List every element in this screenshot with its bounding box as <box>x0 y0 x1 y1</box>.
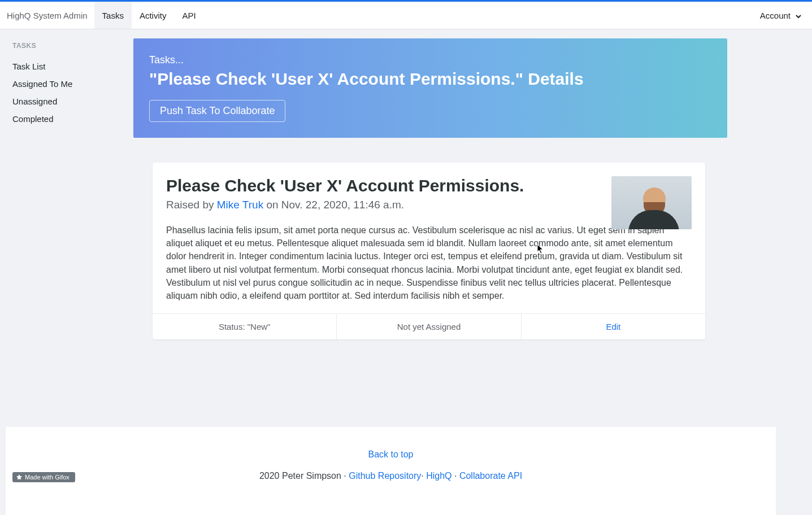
nav-tasks[interactable]: Tasks <box>94 2 132 29</box>
sidebar-item-assigned-to-me[interactable]: Assigned To Me <box>12 75 133 93</box>
sidebar-item-task-list[interactable]: Task List <box>12 58 133 75</box>
raised-by-prefix: Raised by <box>166 199 217 211</box>
footer-line: 2020 Peter Simpson · Github Repository· … <box>6 471 776 481</box>
banner: Tasks... "Please Check 'User X' Account … <box>133 38 727 138</box>
account-menu[interactable]: Account <box>750 11 812 20</box>
page-footer: Back to top 2020 Peter Simpson · Github … <box>6 427 776 515</box>
edit-link[interactable]: Edit <box>522 314 705 339</box>
sidebar-heading: TASKS <box>12 42 133 50</box>
sep1: · <box>421 471 426 481</box>
sidebar-item-completed[interactable]: Completed <box>12 110 133 128</box>
cursor-icon <box>537 244 545 254</box>
gifox-badge: Made with Gifox <box>12 472 75 482</box>
status-cell: Status: "New" <box>153 314 337 339</box>
sep2: · <box>452 471 459 481</box>
task-card: Please Check 'User X' Account Permission… <box>153 163 705 339</box>
task-description: Phasellus lacinia felis ipsum, sit amet … <box>166 224 692 302</box>
card-footer: Status: "New" Not yet Assigned Edit <box>153 313 705 339</box>
push-task-button[interactable]: Push Task To Collaborate <box>149 100 285 122</box>
collaborate-api-link[interactable]: Collaborate API <box>459 471 522 481</box>
sidebar-item-unassigned[interactable]: Unassigned <box>12 93 133 110</box>
banner-title: "Please Check 'User X' Account Permissio… <box>149 69 711 89</box>
banner-eyebrow: Tasks... <box>149 54 711 66</box>
copyright: 2020 Peter Simpson · <box>259 471 349 481</box>
gifox-label: Made with Gifox <box>25 474 70 481</box>
brand[interactable]: HighQ System Admin <box>0 2 94 29</box>
account-label: Account <box>760 11 791 20</box>
gifox-icon <box>16 474 23 481</box>
assignment-cell: Not yet Assigned <box>337 314 521 339</box>
raised-by-link[interactable]: Mike Truk <box>217 199 263 211</box>
avatar <box>611 176 692 229</box>
navbar: HighQ System Admin Tasks Activity API Ac… <box>0 2 812 29</box>
nav-api[interactable]: API <box>174 2 203 29</box>
raised-by-suffix: on Nov. 22, 2020, 11:46 a.m. <box>263 199 404 211</box>
highq-link[interactable]: HighQ <box>426 471 451 481</box>
github-link[interactable]: Github Repository <box>349 471 421 481</box>
nav-activity[interactable]: Activity <box>132 2 175 29</box>
chevron-down-icon <box>795 12 802 19</box>
back-to-top-link[interactable]: Back to top <box>368 449 413 460</box>
